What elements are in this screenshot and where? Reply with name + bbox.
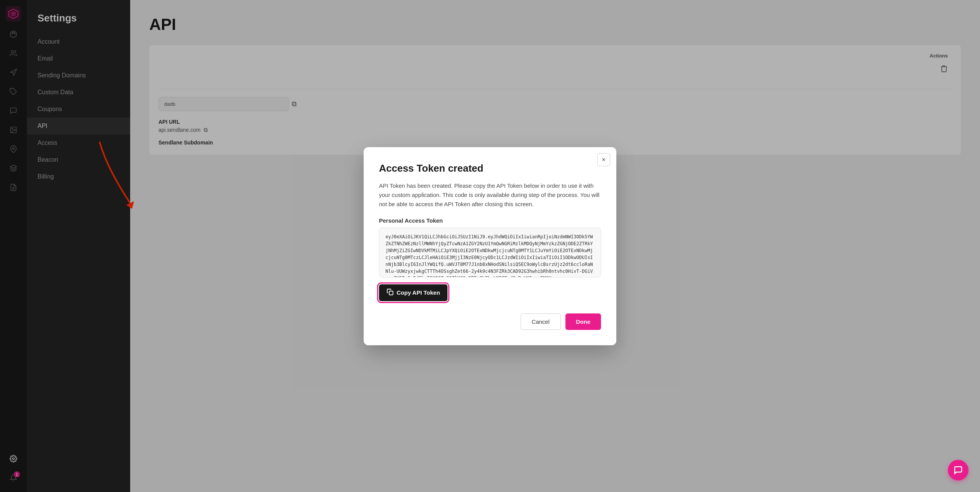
done-button[interactable]: Done <box>565 313 601 330</box>
copy-btn-label: Copy API Token <box>397 289 440 296</box>
token-field-label: Personal Access Token <box>379 217 601 224</box>
modal-title: Access Token created <box>379 162 601 174</box>
svg-rect-14 <box>389 291 393 295</box>
modal-footer: Cancel Done <box>379 313 601 330</box>
chat-support-button[interactable] <box>948 460 969 481</box>
token-value-display: eyJ0eXAiOiJKV1QiLCJhbGciOiJSUzI1NiJ9.eyJ… <box>379 228 601 277</box>
copy-api-token-button[interactable]: Copy API Token <box>379 284 448 301</box>
access-token-modal: × Access Token created API Token has bee… <box>364 147 616 345</box>
modal-description: API Token has been created. Please copy … <box>379 181 601 209</box>
cancel-button[interactable]: Cancel <box>521 313 561 330</box>
modal-close-button[interactable]: × <box>597 153 610 166</box>
copy-icon <box>387 289 394 297</box>
modal-overlay: × Access Token created API Token has bee… <box>0 0 980 492</box>
